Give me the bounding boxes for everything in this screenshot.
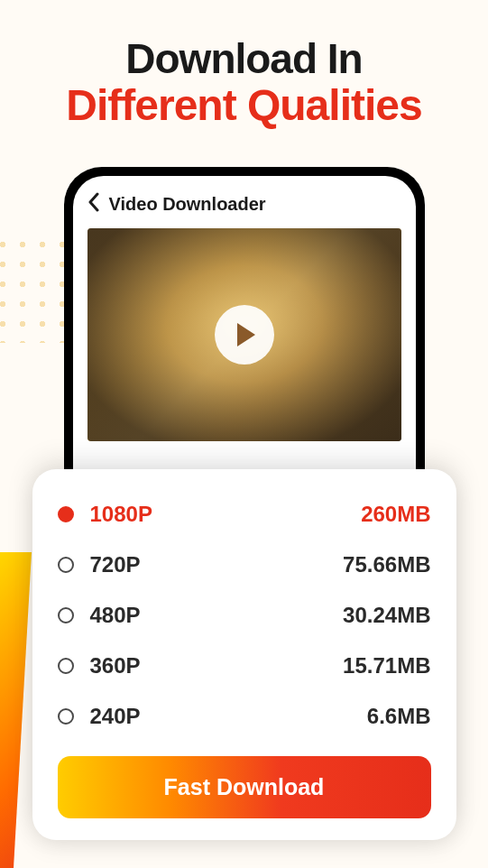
screen-header: Video Downloader xyxy=(87,192,401,216)
radio-icon xyxy=(58,506,74,522)
quality-option-480p[interactable]: 480P30.24MB xyxy=(58,590,431,641)
quality-selection-card: 1080P260MB720P75.66MB480P30.24MB360P15.7… xyxy=(32,469,456,840)
video-thumbnail[interactable] xyxy=(87,228,401,441)
quality-option-360p[interactable]: 360P15.71MB xyxy=(58,641,431,691)
quality-label: 1080P xyxy=(90,502,362,527)
quality-size: 15.71MB xyxy=(343,653,430,679)
radio-icon xyxy=(58,557,74,573)
heading-line-1: Download In xyxy=(0,36,488,82)
play-icon xyxy=(237,323,255,346)
promo-heading: Download In Different Qualities xyxy=(0,0,488,129)
heading-line-2: Different Qualities xyxy=(0,82,488,130)
play-button[interactable] xyxy=(215,305,274,365)
quality-option-240p[interactable]: 240P6.6MB xyxy=(58,691,431,742)
quality-size: 260MB xyxy=(361,502,430,527)
quality-label: 240P xyxy=(90,704,367,729)
fast-download-button[interactable]: Fast Download xyxy=(58,756,431,818)
radio-icon xyxy=(58,708,74,725)
quality-label: 720P xyxy=(90,552,344,577)
quality-size: 30.24MB xyxy=(343,603,430,628)
back-icon[interactable] xyxy=(87,192,100,216)
radio-icon xyxy=(58,658,74,674)
radio-icon xyxy=(58,607,74,623)
screen-title: Video Downloader xyxy=(109,194,266,215)
quality-label: 480P xyxy=(90,603,344,628)
quality-option-720p[interactable]: 720P75.66MB xyxy=(58,540,431,590)
quality-size: 6.6MB xyxy=(367,704,431,729)
quality-size: 75.66MB xyxy=(343,552,430,577)
quality-label: 360P xyxy=(90,653,344,679)
quality-option-1080p[interactable]: 1080P260MB xyxy=(58,489,431,540)
quality-list: 1080P260MB720P75.66MB480P30.24MB360P15.7… xyxy=(58,489,431,742)
